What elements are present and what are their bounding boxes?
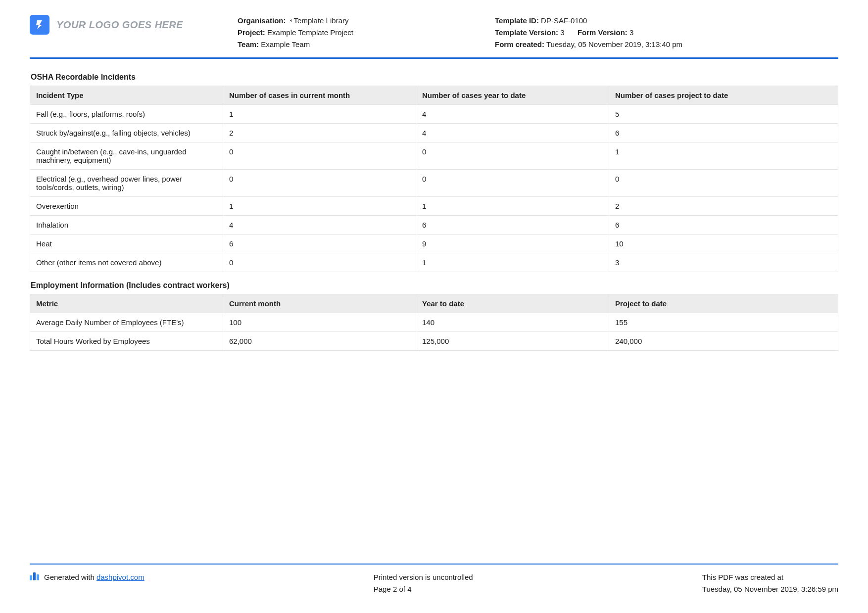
team-label: Team: xyxy=(238,40,259,48)
incident-ptd-cell: 2 xyxy=(609,197,838,216)
organisation-line: Organisation: 🢐 Template Library xyxy=(238,15,475,27)
footer-left: Generated with dashpivot.com xyxy=(30,571,145,595)
header-divider xyxy=(30,57,838,59)
project-label: Project: xyxy=(238,28,265,37)
incident-month-cell: 6 xyxy=(223,235,416,253)
employment-month-cell: 62,000 xyxy=(223,332,416,351)
incidents-col-ptd: Number of cases project to date xyxy=(609,86,838,105)
template-id-label: Template ID: xyxy=(495,16,539,25)
footer-divider xyxy=(30,564,838,565)
incident-month-cell: 0 xyxy=(223,170,416,197)
employment-ptd-cell: 155 xyxy=(609,313,838,332)
employment-col-ytd: Year to date xyxy=(416,294,609,313)
table-row: Total Hours Worked by Employees62,000125… xyxy=(30,332,838,351)
employment-metric-cell: Average Daily Number of Employees (FTE's… xyxy=(30,313,223,332)
table-row: Caught in/between (e.g., cave-ins, ungua… xyxy=(30,142,838,170)
footer-middle: Printed version is uncontrolled Page 2 o… xyxy=(374,571,473,595)
table-row: Struck by/against(e.g., falling objects,… xyxy=(30,124,838,142)
template-id-line: Template ID: DP-SAF-0100 xyxy=(495,15,838,27)
incident-ptd-cell: 1 xyxy=(609,142,838,170)
logo-block: YOUR LOGO GOES HERE xyxy=(30,15,218,35)
table-row: Overexertion112 xyxy=(30,197,838,216)
incident-ytd-cell: 4 xyxy=(416,105,609,124)
template-version-value: 3 xyxy=(560,28,564,37)
team-line: Team: Example Team xyxy=(238,39,475,50)
table-header-row: Incident Type Number of cases in current… xyxy=(30,86,838,105)
header-meta-middle: Organisation: 🢐 Template Library Project… xyxy=(238,15,475,50)
incident-type-cell: Fall (e.g., floors, platforms, roofs) xyxy=(30,105,223,124)
dashpivot-link[interactable]: dashpivot.com xyxy=(96,573,145,581)
employment-col-month: Current month xyxy=(223,294,416,313)
table-row: Heat6910 xyxy=(30,235,838,253)
incident-month-cell: 0 xyxy=(223,253,416,272)
incident-ptd-cell: 5 xyxy=(609,105,838,124)
form-created-value: Tuesday, 05 November 2019, 3:13:40 pm xyxy=(546,40,682,48)
employment-metric-cell: Total Hours Worked by Employees xyxy=(30,332,223,351)
footer: Generated with dashpivot.com Printed ver… xyxy=(30,564,838,595)
incident-ytd-cell: 0 xyxy=(416,142,609,170)
logo-icon xyxy=(30,15,49,35)
incident-type-cell: Heat xyxy=(30,235,223,253)
incidents-col-month: Number of cases in current month xyxy=(223,86,416,105)
employment-table: Metric Current month Year to date Projec… xyxy=(30,294,838,351)
incident-type-cell: Other (other items not covered above) xyxy=(30,253,223,272)
form-created-line: Form created: Tuesday, 05 November 2019,… xyxy=(495,39,838,50)
incident-type-cell: Struck by/against(e.g., falling objects,… xyxy=(30,124,223,142)
incident-month-cell: 1 xyxy=(223,197,416,216)
table-header-row: Metric Current month Year to date Projec… xyxy=(30,294,838,313)
incidents-col-type: Incident Type xyxy=(30,86,223,105)
incident-month-cell: 0 xyxy=(223,142,416,170)
incident-ytd-cell: 4 xyxy=(416,124,609,142)
incident-type-cell: Caught in/between (e.g., cave-ins, ungua… xyxy=(30,142,223,170)
header-meta-right: Template ID: DP-SAF-0100 Template Versio… xyxy=(495,15,838,50)
employment-col-metric: Metric xyxy=(30,294,223,313)
logo-placeholder-text: YOUR LOGO GOES HERE xyxy=(56,19,183,31)
incident-ptd-cell: 6 xyxy=(609,124,838,142)
version-line: Template Version: 3 Form Version: 3 xyxy=(495,27,838,39)
incident-ytd-cell: 9 xyxy=(416,235,609,253)
generated-prefix: Generated with xyxy=(44,573,96,581)
form-created-label: Form created: xyxy=(495,40,544,48)
table-row: Fall (e.g., floors, platforms, roofs)145 xyxy=(30,105,838,124)
table-row: Inhalation466 xyxy=(30,216,838,235)
incident-ptd-cell: 6 xyxy=(609,216,838,235)
incident-type-cell: Overexertion xyxy=(30,197,223,216)
template-version-label: Template Version: xyxy=(495,28,558,37)
page: YOUR LOGO GOES HERE Organisation: 🢐 Temp… xyxy=(0,0,868,613)
organisation-value: 🢐 Template Library xyxy=(288,16,349,25)
incidents-col-ytd: Number of cases year to date xyxy=(416,86,609,105)
form-version-value: 3 xyxy=(629,28,633,37)
project-value: Example Template Project xyxy=(267,28,353,37)
incidents-section-title: OSHA Recordable Incidents xyxy=(31,73,838,82)
incident-ptd-cell: 3 xyxy=(609,253,838,272)
header-row: YOUR LOGO GOES HERE Organisation: 🢐 Temp… xyxy=(30,15,838,57)
footer-row: Generated with dashpivot.com Printed ver… xyxy=(30,571,838,595)
template-id-value: DP-SAF-0100 xyxy=(541,16,587,25)
footer-right: This PDF was created at Tuesday, 05 Nove… xyxy=(702,571,838,595)
table-row: Electrical (e.g., overhead power lines, … xyxy=(30,170,838,197)
table-row: Other (other items not covered above)013 xyxy=(30,253,838,272)
project-line: Project: Example Template Project xyxy=(238,27,475,39)
page-indicator: Page 2 of 4 xyxy=(374,583,473,595)
bars-icon xyxy=(30,571,39,580)
incident-ytd-cell: 1 xyxy=(416,197,609,216)
employment-month-cell: 100 xyxy=(223,313,416,332)
employment-ytd-cell: 125,000 xyxy=(416,332,609,351)
incident-month-cell: 2 xyxy=(223,124,416,142)
uncontrolled-text: Printed version is uncontrolled xyxy=(374,571,473,583)
incident-month-cell: 4 xyxy=(223,216,416,235)
incident-ytd-cell: 1 xyxy=(416,253,609,272)
table-row: Average Daily Number of Employees (FTE's… xyxy=(30,313,838,332)
incident-ptd-cell: 0 xyxy=(609,170,838,197)
team-value: Example Team xyxy=(261,40,310,48)
incidents-table: Incident Type Number of cases in current… xyxy=(30,86,838,272)
pdf-created-value: Tuesday, 05 November 2019, 3:26:59 pm xyxy=(702,583,838,595)
generated-with-text: Generated with dashpivot.com xyxy=(44,571,145,583)
employment-section-title: Employment Information (Includes contrac… xyxy=(31,281,838,290)
organisation-label: Organisation: xyxy=(238,16,286,25)
pdf-created-label: This PDF was created at xyxy=(702,571,838,583)
incident-ytd-cell: 6 xyxy=(416,216,609,235)
incident-month-cell: 1 xyxy=(223,105,416,124)
employment-ptd-cell: 240,000 xyxy=(609,332,838,351)
incident-type-cell: Electrical (e.g., overhead power lines, … xyxy=(30,170,223,197)
